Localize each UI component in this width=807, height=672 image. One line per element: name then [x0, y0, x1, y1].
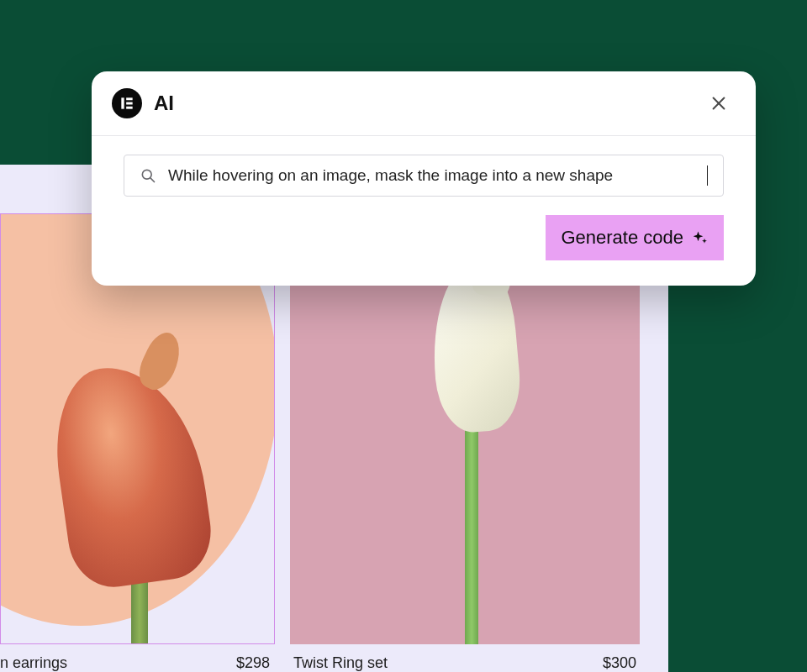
modal-title-group: AI	[112, 88, 174, 118]
close-icon	[709, 94, 728, 113]
generate-label: Generate code	[561, 227, 683, 249]
modal-actions: Generate code	[124, 215, 724, 260]
ai-modal: AI Generate code	[92, 71, 756, 286]
product-name: n earrings	[0, 654, 67, 672]
sparkle-icon	[692, 229, 709, 246]
svg-line-7	[150, 178, 155, 182]
product-caption: n earrings $298	[0, 654, 275, 672]
modal-body: Generate code	[92, 136, 756, 286]
product-caption: Twist Ring set $300	[290, 654, 640, 672]
svg-rect-1	[126, 97, 133, 100]
modal-header: AI	[92, 71, 756, 136]
close-button[interactable]	[705, 90, 732, 117]
svg-rect-0	[121, 97, 124, 108]
brand-logo-icon	[112, 88, 142, 118]
search-icon	[140, 167, 156, 184]
flower-illustration	[43, 340, 228, 644]
prompt-input[interactable]	[168, 166, 695, 185]
text-cursor	[707, 165, 708, 186]
product-price: $300	[603, 654, 636, 672]
modal-title: AI	[154, 92, 174, 115]
svg-rect-3	[126, 107, 133, 109]
svg-rect-2	[126, 102, 133, 105]
prompt-field[interactable]	[124, 155, 724, 197]
flower-illustration	[425, 247, 559, 644]
generate-code-button[interactable]: Generate code	[546, 215, 724, 260]
product-name: Twist Ring set	[293, 654, 388, 672]
product-price: $298	[236, 654, 270, 672]
